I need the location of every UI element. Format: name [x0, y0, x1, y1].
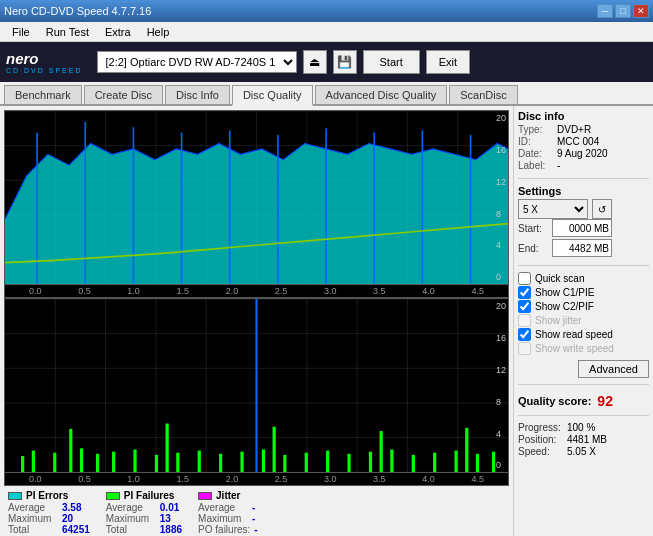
- svg-rect-56: [326, 451, 329, 473]
- id-label: ID:: [518, 136, 553, 147]
- svg-rect-61: [433, 453, 436, 472]
- pif-avg-value: 0.01: [160, 502, 179, 513]
- quick-scan-checkbox[interactable]: [518, 272, 531, 285]
- top-chart-x-axis: 0.00.51.01.52.02.53.03.54.04.5: [4, 285, 509, 298]
- tab-benchmark[interactable]: Benchmark: [4, 85, 82, 104]
- legend-pi-failures: PI Failures Average 0.01 Maximum 13 Tota…: [106, 490, 182, 535]
- top-chart: 201612840: [4, 110, 509, 285]
- pi-failures-color: [106, 492, 120, 500]
- show-c2-checkbox[interactable]: [518, 300, 531, 313]
- svg-rect-68: [380, 431, 383, 472]
- svg-rect-51: [219, 454, 222, 472]
- quality-score-value: 92: [597, 393, 613, 409]
- right-panel: Disc info Type: DVD+R ID: MCC 004 Date: …: [513, 106, 653, 536]
- end-field[interactable]: [552, 239, 612, 257]
- svg-rect-49: [176, 453, 179, 472]
- end-label: End:: [518, 243, 548, 254]
- tab-advanced-disc-quality[interactable]: Advanced Disc Quality: [315, 85, 448, 104]
- minimize-button[interactable]: ─: [597, 4, 613, 18]
- jitter-max-label: Maximum: [198, 513, 248, 524]
- svg-rect-66: [166, 424, 169, 473]
- top-chart-wrapper: 201612840: [4, 110, 509, 285]
- svg-rect-43: [53, 453, 56, 472]
- pif-total-value: 1886: [160, 524, 182, 535]
- tab-create-disc[interactable]: Create Disc: [84, 85, 163, 104]
- window-controls: ─ □ ✕: [597, 4, 649, 18]
- exit-button[interactable]: Exit: [426, 50, 470, 74]
- menu-help[interactable]: Help: [139, 24, 178, 40]
- type-value: DVD+R: [557, 124, 591, 135]
- show-read-speed-checkbox[interactable]: [518, 328, 531, 341]
- show-jitter-checkbox: [518, 314, 531, 327]
- end-row: End:: [518, 239, 649, 257]
- show-write-speed-label: Show write speed: [535, 343, 614, 354]
- svg-rect-50: [198, 451, 201, 473]
- cdvd-logo: CD·DVD SPEED: [6, 67, 83, 74]
- svg-rect-45: [96, 454, 99, 472]
- jitter-avg-label: Average: [198, 502, 248, 513]
- title-text: Nero CD-DVD Speed 4.7.7.16: [4, 5, 151, 17]
- speed-row: 5 X 1 X 2 X 4 X 8 X Max ↺: [518, 199, 649, 219]
- svg-rect-58: [369, 452, 372, 473]
- start-label: Start:: [518, 223, 548, 234]
- svg-rect-57: [347, 454, 350, 472]
- menu-run-test[interactable]: Run Test: [38, 24, 97, 40]
- bottom-chart-x-axis: 0.00.51.01.52.02.53.03.54.04.5: [4, 473, 509, 486]
- legend-jitter: Jitter Average - Maximum - PO failures: …: [198, 490, 258, 535]
- svg-rect-46: [112, 452, 115, 473]
- eject-button[interactable]: ⏏: [303, 50, 327, 74]
- jitter-color: [198, 492, 212, 500]
- svg-rect-65: [69, 429, 72, 472]
- svg-rect-53: [262, 450, 265, 473]
- show-c1-checkbox[interactable]: [518, 286, 531, 299]
- jitter-po-value: -: [254, 524, 257, 535]
- quality-score-section: Quality score: 92: [518, 393, 649, 409]
- nero-logo: nero: [6, 50, 39, 67]
- jitter-label: Jitter: [216, 490, 240, 501]
- show-c1-label: Show C1/PIE: [535, 287, 594, 298]
- total-label: Total: [8, 524, 58, 535]
- start-button[interactable]: Start: [363, 50, 420, 74]
- svg-rect-48: [155, 455, 158, 472]
- date-value: 9 Aug 2020: [557, 148, 608, 159]
- tab-disc-quality[interactable]: Disc Quality: [232, 85, 313, 106]
- speed-select[interactable]: 5 X 1 X 2 X 4 X 8 X Max: [518, 199, 588, 219]
- legend: PI Errors Average 3.58 Maximum 20 Total …: [4, 486, 509, 536]
- divider-2: [518, 265, 649, 266]
- checkboxes-section: Quick scan Show C1/PIE Show C2/PIF Show …: [518, 272, 649, 356]
- drive-selector[interactable]: [2:2] Optiarc DVD RW AD-7240S 1.04: [97, 51, 297, 73]
- svg-rect-41: [21, 456, 24, 472]
- label-value: -: [557, 160, 560, 171]
- advanced-button[interactable]: Advanced: [578, 360, 649, 378]
- total-value: 64251: [62, 524, 90, 535]
- legend-pi-errors: PI Errors Average 3.58 Maximum 20 Total …: [8, 490, 90, 535]
- maximize-button[interactable]: □: [615, 4, 631, 18]
- svg-rect-63: [476, 454, 479, 472]
- pif-max-label: Maximum: [106, 513, 156, 524]
- pi-errors-color: [8, 492, 22, 500]
- logo: nero CD·DVD SPEED: [6, 50, 83, 74]
- svg-rect-62: [454, 451, 457, 473]
- svg-rect-69: [465, 428, 468, 472]
- settings-section: Settings 5 X 1 X 2 X 4 X 8 X Max ↺ Start…: [518, 185, 649, 259]
- pif-max-value: 13: [160, 513, 171, 524]
- svg-marker-15: [5, 143, 508, 284]
- divider-1: [518, 178, 649, 179]
- start-row: Start:: [518, 219, 649, 237]
- progress-section: Progress: 100 % Position: 4481 MB Speed:…: [518, 422, 649, 458]
- max-label: Maximum: [8, 513, 58, 524]
- svg-rect-47: [133, 450, 136, 473]
- tab-disc-info[interactable]: Disc Info: [165, 85, 230, 104]
- save-button[interactable]: 💾: [333, 50, 357, 74]
- tab-scandisc[interactable]: ScanDisc: [449, 85, 517, 104]
- close-button[interactable]: ✕: [633, 4, 649, 18]
- titlebar: Nero CD-DVD Speed 4.7.7.16 ─ □ ✕: [0, 0, 653, 22]
- show-read-speed-label: Show read speed: [535, 329, 613, 340]
- show-write-speed-checkbox: [518, 342, 531, 355]
- jitter-po-label: PO failures:: [198, 524, 250, 535]
- start-field[interactable]: [552, 219, 612, 237]
- menu-file[interactable]: File: [4, 24, 38, 40]
- menu-extra[interactable]: Extra: [97, 24, 139, 40]
- pi-errors-label: PI Errors: [26, 490, 68, 501]
- refresh-button[interactable]: ↺: [592, 199, 612, 219]
